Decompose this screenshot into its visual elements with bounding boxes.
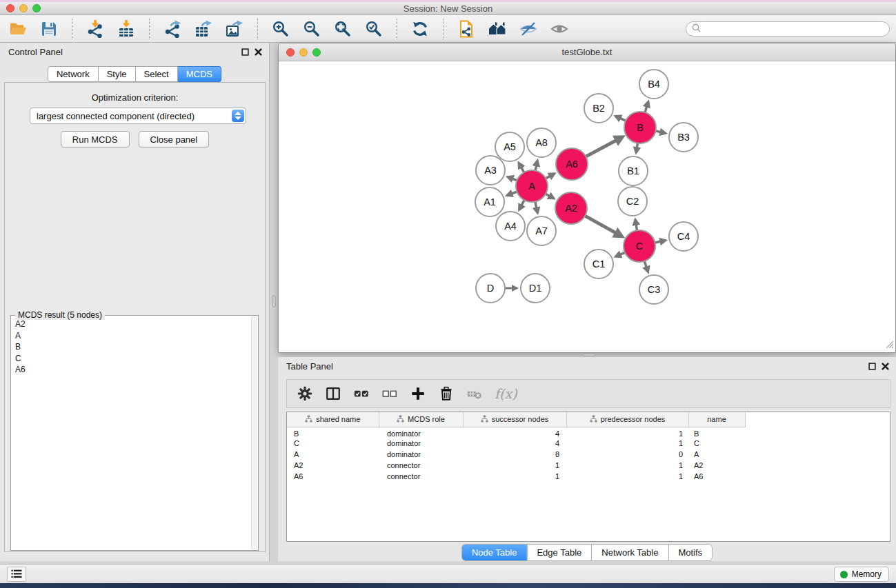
- zoom-in-button[interactable]: [271, 19, 290, 39]
- float-table-panel-icon[interactable]: [868, 362, 877, 371]
- open-file-button[interactable]: [8, 19, 28, 39]
- graph-node-C1[interactable]: C1: [584, 250, 613, 278]
- task-history-button[interactable]: [7, 567, 26, 582]
- network-zoom-button[interactable]: [312, 48, 321, 57]
- graph-edge-B-B1[interactable]: [636, 143, 637, 153]
- tab-style[interactable]: Style: [99, 66, 136, 82]
- graph-node-A8[interactable]: A8: [527, 128, 556, 157]
- close-panel-icon[interactable]: [254, 48, 263, 57]
- column-header-predecessor-nodes[interactable]: predecessor nodes: [566, 412, 688, 427]
- column-header-shared-name[interactable]: shared name: [287, 412, 379, 427]
- graph-node-B[interactable]: B: [624, 112, 656, 143]
- column-header-mcds-role[interactable]: MCDS role: [379, 412, 463, 427]
- graph-node-A3[interactable]: A3: [476, 156, 505, 185]
- graph-node-A4[interactable]: A4: [496, 212, 525, 241]
- graph-edge-A-A1[interactable]: [507, 192, 517, 196]
- network-minimize-button[interactable]: [299, 48, 308, 57]
- zoom-fit-button[interactable]: [333, 19, 352, 39]
- zoom-window-button[interactable]: [32, 4, 41, 12]
- graph-node-B2[interactable]: B2: [584, 94, 613, 123]
- tab-edge-table[interactable]: Edge Table: [526, 545, 591, 560]
- graph-edge-A2-C[interactable]: [584, 216, 621, 236]
- tab-network-table[interactable]: Network Table: [591, 545, 668, 560]
- tab-motifs[interactable]: Motifs: [668, 545, 712, 560]
- graph-edge-A-A6[interactable]: [545, 174, 554, 179]
- graph-edge-C-C1[interactable]: [616, 252, 626, 256]
- refresh-button[interactable]: [410, 19, 430, 39]
- deselect-all-button[interactable]: [381, 385, 399, 403]
- hide-selected-button[interactable]: [519, 19, 538, 39]
- add-button[interactable]: [409, 385, 427, 403]
- graph-node-D[interactable]: D: [476, 274, 505, 303]
- run-mcds-button[interactable]: Run MCDS: [61, 131, 130, 148]
- zoom-selected-button[interactable]: [364, 19, 384, 39]
- mcds-result-item[interactable]: A: [12, 330, 250, 342]
- import-table-button[interactable]: [117, 19, 136, 39]
- zoom-out-button[interactable]: [302, 19, 321, 39]
- graph-node-D1[interactable]: D1: [521, 274, 550, 303]
- float-panel-icon[interactable]: [241, 48, 250, 57]
- graph-node-B1[interactable]: B1: [619, 156, 648, 185]
- graph-edge-B-B3[interactable]: [655, 131, 665, 133]
- import-network-button[interactable]: [86, 19, 105, 39]
- new-network-file-button[interactable]: [457, 19, 476, 39]
- graph-edge-B-B4[interactable]: [645, 102, 648, 113]
- mcds-result-item[interactable]: B: [12, 341, 250, 353]
- mcds-result-item[interactable]: A2: [12, 318, 250, 330]
- column-header-successor-nodes[interactable]: successor nodes: [463, 412, 566, 427]
- graph-edge-A6-B[interactable]: [585, 137, 622, 157]
- select-all-button[interactable]: [352, 385, 370, 403]
- mcds-list-scrollbar[interactable]: [251, 316, 257, 549]
- horizontal-divider-handle[interactable]: [583, 354, 595, 356]
- gear-button[interactable]: [296, 385, 314, 403]
- graph-node-A[interactable]: A: [516, 170, 548, 202]
- memory-button[interactable]: Memory: [834, 567, 889, 582]
- criterion-select[interactable]: largest connected component (directed): [30, 108, 246, 124]
- resize-grip-icon[interactable]: [885, 339, 894, 352]
- mcds-result-item[interactable]: A6: [12, 364, 250, 376]
- minimize-window-button[interactable]: [19, 4, 28, 12]
- graph-edge-C-C2[interactable]: [635, 220, 637, 232]
- tab-network[interactable]: Network: [48, 66, 99, 82]
- show-all-button[interactable]: [550, 19, 569, 39]
- graph-node-B3[interactable]: B3: [669, 123, 698, 152]
- graph-node-C2[interactable]: C2: [618, 187, 647, 216]
- graph-edge-A-A8[interactable]: [535, 161, 537, 171]
- graph-edge-A-A4[interactable]: [519, 199, 525, 210]
- graph-node-A5[interactable]: A5: [495, 132, 524, 161]
- delete-button[interactable]: [437, 385, 455, 403]
- graph-edge-A-A7[interactable]: [535, 201, 538, 213]
- close-panel-button[interactable]: Close panel: [139, 131, 210, 148]
- graph-node-A1[interactable]: A1: [475, 187, 504, 216]
- close-window-button[interactable]: [6, 4, 14, 12]
- column-button[interactable]: [324, 385, 342, 403]
- graph-edge-A-A2[interactable]: [545, 194, 554, 199]
- graph-edge-A-A5[interactable]: [519, 163, 524, 173]
- table-row[interactable]: A2connector11A2: [287, 460, 890, 471]
- table-row[interactable]: Bdominator41B: [287, 427, 890, 438]
- graph-node-A2[interactable]: A2: [555, 192, 587, 224]
- graph-node-A6[interactable]: A6: [556, 148, 588, 180]
- tab-select[interactable]: Select: [136, 66, 178, 82]
- search-input[interactable]: [704, 24, 884, 34]
- graph-node-C3[interactable]: C3: [639, 275, 668, 304]
- mcds-result-item[interactable]: C: [12, 353, 250, 365]
- tab-mcds[interactable]: MCDS: [178, 66, 221, 82]
- network-close-button[interactable]: [286, 48, 295, 57]
- graph-node-A7[interactable]: A7: [527, 216, 556, 245]
- graph-node-C4[interactable]: C4: [669, 222, 698, 251]
- network-canvas[interactable]: AA1A2A3A4A5A6A7A8BB1B2B3B4CC1C2C3C4DD1: [279, 61, 895, 353]
- vertical-divider-handle[interactable]: [272, 295, 276, 307]
- table-row[interactable]: Adominator80A: [287, 449, 890, 460]
- export-table-button[interactable]: [194, 19, 213, 39]
- close-table-panel-icon[interactable]: [881, 362, 890, 371]
- table-row[interactable]: Cdominator41C: [287, 438, 890, 449]
- graph-edge-C-C4[interactable]: [654, 241, 665, 243]
- graph-node-C[interactable]: C: [624, 230, 655, 262]
- graph-node-B4[interactable]: B4: [639, 70, 668, 99]
- graph-edge-B-B2[interactable]: [615, 116, 626, 121]
- first-neighbors-button[interactable]: [488, 19, 507, 39]
- column-header-name[interactable]: name: [688, 412, 745, 427]
- save-session-button[interactable]: [39, 19, 59, 39]
- tab-node-table[interactable]: Node Table: [462, 545, 527, 560]
